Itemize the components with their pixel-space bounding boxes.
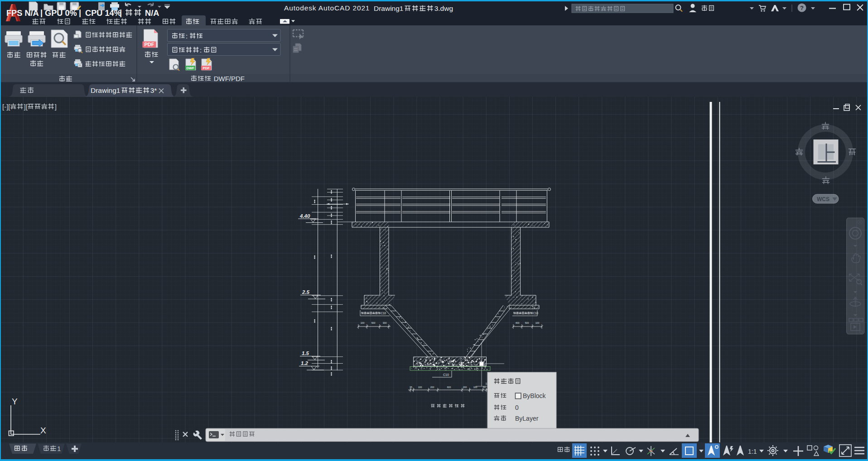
svg-text:|: | [79, 8, 81, 17]
svg-text:GPU 0%: GPU 0% [45, 9, 77, 18]
svg-text:PDF: PDF [145, 42, 154, 47]
svg-text:X: X [40, 426, 46, 435]
svg-text:PDF: PDF [203, 66, 210, 70]
svg-text:1:1: 1:1 [748, 448, 757, 455]
svg-text:FPS N/A: FPS N/A [6, 9, 39, 18]
svg-text:C10: C10 [443, 373, 449, 376]
svg-text:CPU 14%: CPU 14% [85, 9, 121, 18]
svg-text:100: 100 [361, 322, 365, 324]
svg-text::: : [200, 46, 203, 54]
svg-text:|: | [40, 8, 43, 17]
svg-text:1.2: 1.2 [301, 360, 309, 366]
svg-text:ByBlock: ByBlock [523, 392, 546, 399]
svg-text:500: 500 [371, 322, 376, 324]
svg-text:100: 100 [535, 322, 540, 324]
svg-text:N/A: N/A [143, 9, 159, 18]
svg-text:2.5: 2.5 [302, 289, 310, 295]
svg-text:|: | [120, 8, 122, 17]
svg-text:DWF/PDF: DWF/PDF [212, 75, 245, 82]
svg-text:[-][: [-][ [2, 103, 10, 110]
svg-text:ByLayer: ByLayer [515, 415, 539, 422]
svg-text:Drawing1: Drawing1 [91, 86, 120, 94]
svg-text:200: 200 [430, 386, 434, 389]
svg-text:4.40: 4.40 [299, 213, 310, 219]
svg-text:C10: C10 [381, 312, 386, 315]
svg-text:500: 500 [525, 322, 529, 324]
svg-text:WCS: WCS [817, 196, 829, 202]
svg-text:?: ? [800, 5, 804, 11]
svg-text::: : [186, 32, 189, 40]
svg-text:200: 200 [463, 386, 467, 389]
svg-text:0: 0 [515, 404, 519, 411]
svg-text:600: 600 [447, 386, 451, 389]
svg-text:35: 35 [410, 386, 412, 389]
svg-text:1.5: 1.5 [302, 351, 309, 356]
svg-text:300: 300 [383, 322, 387, 324]
svg-text:C10: C10 [533, 312, 538, 315]
svg-text:Y: Y [12, 397, 18, 406]
svg-text:Drawing1: Drawing1 [374, 5, 403, 12]
svg-text:100: 100 [418, 386, 422, 389]
svg-text:Autodesk AutoCAD 2021: Autodesk AutoCAD 2021 [284, 4, 370, 12]
svg-text:DWF: DWF [186, 66, 194, 70]
svg-text:3*: 3* [150, 86, 157, 94]
svg-text:][: ][ [24, 103, 28, 110]
svg-text:3.dwg: 3.dwg [434, 5, 453, 12]
svg-text:]: ] [55, 103, 57, 110]
svg-text:400: 400 [516, 322, 520, 324]
svg-text:1: 1 [57, 445, 61, 452]
